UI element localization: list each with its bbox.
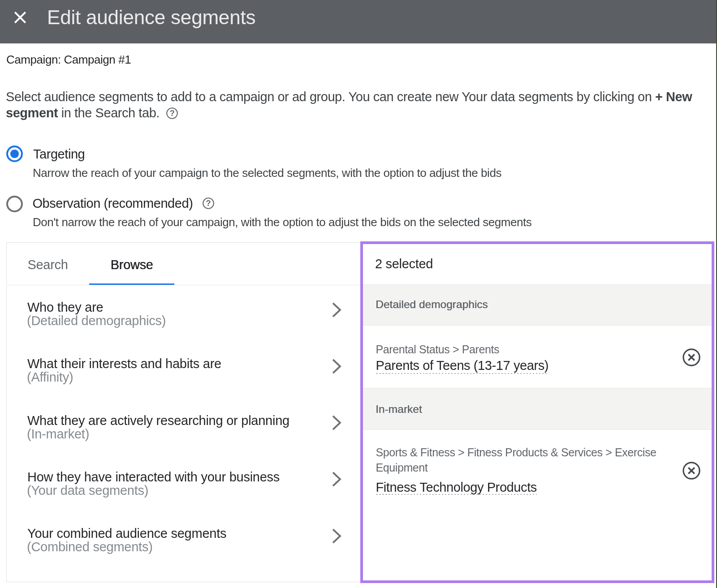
- remove-icon[interactable]: [682, 461, 701, 481]
- chevron-right-icon: [332, 302, 342, 318]
- dialog-title: Edit audience segments: [47, 8, 255, 27]
- active-tab-underline: [89, 283, 174, 285]
- browse-item-combined[interactable]: Your combined audience segments (Combine…: [6, 511, 361, 568]
- campaign-label: Campaign: Campaign #1: [6, 54, 131, 65]
- browse-item-interests[interactable]: What their interests and habits are (Aff…: [6, 342, 361, 398]
- segment-name[interactable]: Fitness Technology Products: [376, 481, 537, 495]
- svg-text:?: ?: [206, 199, 211, 208]
- targeting-label[interactable]: Targeting: [33, 148, 85, 161]
- observation-description: Don't narrow the reach of your campaign,…: [33, 216, 531, 228]
- segment-name[interactable]: Parents of Teens (13-17 years): [376, 359, 549, 374]
- tab-search[interactable]: Search: [6, 242, 89, 285]
- radio-dot: [10, 150, 19, 158]
- dialog-header: Edit audience segments: [0, 0, 717, 43]
- observation-radio[interactable]: [6, 196, 23, 212]
- browse-item-who-they-are[interactable]: Who they are (Detailed demographics): [6, 285, 361, 342]
- selected-segment-fitness: Sports & Fitness > Fitness Products & Se…: [362, 430, 712, 580]
- group-header-detailed-demographics: Detailed demographics: [362, 284, 712, 326]
- close-icon[interactable]: [14, 12, 26, 23]
- remove-icon[interactable]: [682, 348, 701, 367]
- segment-path: Sports & Fitness > Fitness Products & Se…: [376, 445, 669, 475]
- svg-text:?: ?: [170, 108, 175, 117]
- selected-count: 2 selected: [375, 258, 433, 270]
- intro-text: Select audience segments to add to a cam…: [6, 89, 705, 121]
- chevron-right-icon: [332, 472, 342, 487]
- chevron-right-icon: [332, 415, 342, 430]
- selected-segment-parents: Parental Status > Parents Parents of Tee…: [362, 326, 712, 388]
- tabs: Search Browse: [6, 242, 361, 285]
- chevron-right-icon: [332, 359, 342, 374]
- browse-item-your-data[interactable]: How they have interacted with your busin…: [6, 455, 361, 511]
- targeting-radio[interactable]: [6, 146, 23, 162]
- segment-path: Parental Status > Parents: [376, 342, 669, 357]
- help-icon[interactable]: ?: [203, 197, 214, 209]
- browse-item-in-market[interactable]: What they are actively researching or pl…: [6, 399, 361, 455]
- help-icon[interactable]: ?: [166, 107, 178, 119]
- tab-browse[interactable]: Browse: [89, 242, 174, 285]
- chevron-right-icon: [332, 528, 342, 544]
- group-header-in-market: In-market: [362, 388, 712, 430]
- observation-label[interactable]: Observation (recommended)?: [33, 197, 215, 210]
- targeting-description: Narrow the reach of your campaign to the…: [33, 167, 501, 179]
